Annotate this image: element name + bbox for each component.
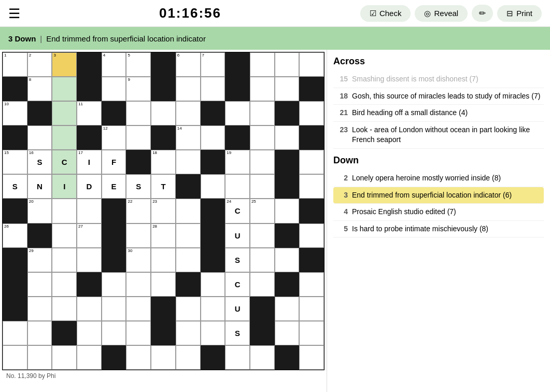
grid-cell[interactable]: 25 (250, 199, 275, 223)
grid-cell[interactable] (275, 52, 300, 77)
grid-cell[interactable] (102, 272, 126, 297)
grid-cell[interactable]: 12 (102, 125, 126, 150)
grid-cell[interactable] (27, 321, 52, 345)
grid-cell[interactable] (77, 248, 102, 272)
grid-cell[interactable] (275, 77, 300, 101)
grid-cell[interactable]: S (225, 248, 250, 272)
grid-cell[interactable]: U (225, 297, 250, 321)
grid-cell[interactable] (250, 150, 275, 174)
grid-cell[interactable] (250, 248, 275, 272)
grid-cell[interactable]: D (77, 174, 102, 199)
grid-cell[interactable]: C (52, 150, 77, 174)
grid-cell[interactable]: 9 (126, 77, 151, 101)
grid-cell[interactable]: 28 (151, 223, 176, 248)
grid-cell[interactable] (250, 77, 275, 101)
grid-cell[interactable]: 3 (52, 52, 77, 77)
grid-cell[interactable] (250, 272, 275, 297)
grid-cell[interactable] (151, 272, 176, 297)
clue-item-across-23[interactable]: 23 Look - area of London without ocean i… (333, 122, 544, 149)
grid-cell[interactable]: 5 (126, 52, 151, 77)
grid-cell[interactable] (201, 125, 225, 150)
grid-cell[interactable] (176, 223, 201, 248)
grid-cell[interactable] (275, 321, 300, 345)
grid-cell[interactable] (176, 248, 201, 272)
grid-cell[interactable]: S (225, 321, 250, 345)
crossword-grid[interactable]: 123456789101112141516SC17IF1819SNIDEST20… (2, 52, 325, 370)
clues-panel[interactable]: Across 15 Smashing dissent is most disho… (327, 50, 550, 392)
grid-cell[interactable] (201, 174, 225, 199)
grid-cell[interactable]: 14 (176, 125, 201, 150)
grid-cell[interactable]: 2 (27, 52, 52, 77)
grid-cell[interactable] (299, 321, 324, 345)
grid-cell[interactable]: 19 (225, 150, 250, 174)
grid-cell[interactable]: N (27, 174, 52, 199)
grid-cell[interactable] (52, 272, 77, 297)
grid-cell[interactable]: 29 (27, 248, 52, 272)
grid-cell[interactable] (299, 345, 324, 370)
grid-cell[interactable]: 10 (3, 101, 27, 125)
grid-cell[interactable] (299, 272, 324, 297)
grid-cell[interactable] (126, 272, 151, 297)
grid-cell[interactable] (126, 345, 151, 370)
grid-cell[interactable] (27, 345, 52, 370)
grid-cell[interactable] (250, 345, 275, 370)
grid-cell[interactable]: C (225, 272, 250, 297)
grid-cell[interactable] (126, 297, 151, 321)
clue-item-down-4[interactable]: 4 Prosaic English studio edited (7) (333, 204, 544, 221)
grid-cell[interactable] (77, 297, 102, 321)
grid-cell[interactable] (201, 77, 225, 101)
grid-cell[interactable] (275, 125, 300, 150)
grid-cell[interactable] (201, 272, 225, 297)
grid-cell[interactable]: 4 (102, 52, 126, 77)
grid-cell[interactable] (299, 150, 324, 174)
grid-cell[interactable] (126, 125, 151, 150)
check-button[interactable]: ☑ Check (360, 5, 411, 22)
grid-cell[interactable]: 1 (3, 52, 27, 77)
grid-cell[interactable] (299, 52, 324, 77)
grid-cell[interactable] (176, 101, 201, 125)
grid-cell[interactable]: 27 (77, 223, 102, 248)
reveal-button[interactable]: ◎ Reveal (415, 5, 468, 22)
grid-cell[interactable] (250, 125, 275, 150)
grid-cell[interactable] (299, 223, 324, 248)
clue-item-down-3[interactable]: 3 End trimmed from superficial location … (333, 187, 544, 204)
grid-cell[interactable] (27, 297, 52, 321)
grid-cell[interactable]: I (52, 174, 77, 199)
grid-cell[interactable] (250, 101, 275, 125)
grid-cell[interactable]: T (151, 174, 176, 199)
grid-cell[interactable] (126, 223, 151, 248)
grid-cell[interactable] (52, 297, 77, 321)
grid-cell[interactable] (275, 297, 300, 321)
grid-cell[interactable]: F (102, 150, 126, 174)
grid-cell[interactable]: 16S (27, 150, 52, 174)
grid-cell[interactable] (126, 101, 151, 125)
grid-cell[interactable]: 15 (3, 150, 27, 174)
grid-cell[interactable] (299, 174, 324, 199)
clue-item-down-2[interactable]: 2 Lonely opera heroine mostly worried in… (333, 170, 544, 187)
grid-cell[interactable] (151, 345, 176, 370)
grid-cell[interactable] (102, 321, 126, 345)
grid-cell[interactable]: 20 (27, 199, 52, 223)
clue-item-across-18[interactable]: 18 Gosh, this source of miracles leads t… (333, 88, 544, 105)
grid-cell[interactable] (176, 77, 201, 101)
edit-button[interactable]: ✏ (472, 5, 493, 22)
grid-cell[interactable] (250, 52, 275, 77)
grid-cell[interactable]: E (102, 174, 126, 199)
clue-item-across-21[interactable]: 21 Bird heading off a small distance (4) (333, 105, 544, 122)
grid-cell[interactable] (250, 223, 275, 248)
grid-cell[interactable]: 22 (126, 199, 151, 223)
grid-cell[interactable] (201, 321, 225, 345)
grid-cell[interactable] (299, 297, 324, 321)
grid-cell[interactable] (52, 223, 77, 248)
grid-cell[interactable] (176, 199, 201, 223)
grid-cell[interactable] (27, 125, 52, 150)
grid-cell[interactable] (151, 101, 176, 125)
grid-cell[interactable] (275, 199, 300, 223)
grid-cell[interactable] (225, 345, 250, 370)
clue-item-across-15[interactable]: 15 Smashing dissent is most dishonest (7… (333, 71, 544, 88)
grid-cell[interactable] (77, 321, 102, 345)
grid-cell[interactable] (176, 345, 201, 370)
grid-cell[interactable]: 24C (225, 199, 250, 223)
grid-cell[interactable] (225, 101, 250, 125)
grid-cell[interactable] (52, 101, 77, 125)
